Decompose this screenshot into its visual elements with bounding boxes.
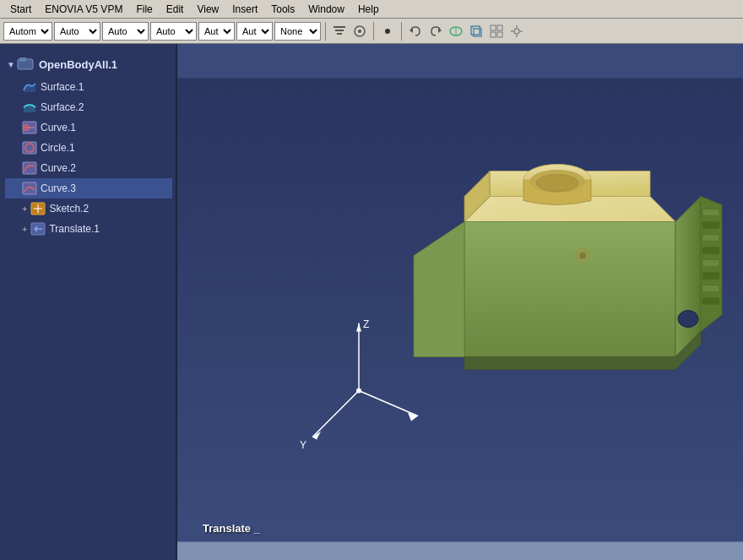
svg-point-70 <box>579 253 586 259</box>
translate-status-label: Translate _ <box>203 522 260 535</box>
root-icon <box>17 56 34 73</box>
sketch2-label: Sketch.2 <box>49 203 89 215</box>
svg-rect-58 <box>702 247 719 254</box>
tree-root: ▼ OpenBodyAll.1 Surface.1 <box>0 44 176 242</box>
svg-rect-1 <box>335 30 344 31</box>
menu-tools[interactable]: Tools <box>264 2 301 17</box>
svg-point-63 <box>678 311 698 328</box>
toolbar-dropdown-5[interactable]: Aut <box>198 22 235 41</box>
tree-item-curve2[interactable]: Curve.2 <box>5 158 172 178</box>
tree-root-label: OpenBodyAll.1 <box>39 58 117 71</box>
svg-rect-61 <box>702 285 719 292</box>
toolbar-dropdown-6[interactable]: Aut <box>236 22 273 41</box>
tree-item-surface2[interactable]: Surface.2 <box>5 97 172 117</box>
status-bar <box>177 541 743 560</box>
curve3-label: Curve.3 <box>41 182 76 194</box>
svg-point-19 <box>514 29 519 34</box>
toolbar-dropdown-4[interactable]: Auto <box>150 22 197 41</box>
svg-rect-59 <box>702 260 719 267</box>
surface2-icon <box>22 100 37 115</box>
svg-rect-25 <box>19 57 26 62</box>
toolbar-icon-undo[interactable] <box>406 22 425 41</box>
curve2-label: Curve.2 <box>41 162 76 174</box>
svg-rect-17 <box>491 32 496 37</box>
svg-rect-55 <box>702 209 719 216</box>
tree-root-item[interactable]: ▼ OpenBodyAll.1 <box>5 51 172 77</box>
svg-rect-62 <box>702 298 719 305</box>
svg-marker-51 <box>675 197 701 357</box>
surface1-label: Surface.1 <box>41 81 84 93</box>
toolbar-dropdown-7[interactable]: None <box>274 22 321 41</box>
translate1-expand: + <box>22 224 27 234</box>
menu-start[interactable]: Start <box>3 2 38 17</box>
curve1-label: Curve.1 <box>41 122 76 133</box>
svg-rect-15 <box>491 25 496 30</box>
toolbar-icon-filter[interactable] <box>330 22 349 41</box>
svg-rect-16 <box>497 25 502 30</box>
menu-enovia[interactable]: ENOVIA V5 VPM <box>38 2 129 17</box>
expand-icon-root: ▼ <box>7 60 15 69</box>
tree-item-curve1[interactable]: Curve.1 <box>5 117 172 138</box>
toolbar-icon-snap[interactable] <box>350 22 369 41</box>
tree-item-translate1[interactable]: + Translate.1 <box>5 219 172 239</box>
viewport-svg: Z Y <box>177 44 743 560</box>
tree-item-curve3[interactable]: Curve.3 <box>5 178 172 198</box>
svg-text:Z: Z <box>363 318 369 330</box>
svg-text:Y: Y <box>300 439 306 451</box>
toolbar-separator-2 <box>373 22 374 41</box>
toolbar-icon-view3d[interactable] <box>467 22 485 41</box>
main-area: ▼ OpenBodyAll.1 Surface.1 <box>0 44 743 560</box>
svg-rect-0 <box>334 26 345 28</box>
translate1-icon <box>30 221 46 237</box>
svg-rect-57 <box>702 235 719 242</box>
menu-window[interactable]: Window <box>301 2 351 17</box>
toolbar-icon-dot[interactable] <box>378 22 397 41</box>
menu-edit[interactable]: Edit <box>160 2 191 17</box>
tree-panel: ▼ OpenBodyAll.1 Surface.1 <box>0 44 177 560</box>
toolbar-icon-measure[interactable] <box>447 22 465 41</box>
translate1-label: Translate.1 <box>49 223 100 235</box>
sketch2-icon <box>30 201 46 216</box>
svg-point-5 <box>385 29 390 34</box>
menu-help[interactable]: Help <box>351 2 386 17</box>
svg-rect-60 <box>702 273 719 280</box>
curve1-icon <box>22 120 37 135</box>
svg-point-66 <box>536 175 578 192</box>
curve3-icon <box>22 181 37 196</box>
toolbar-dropdown-2[interactable]: Auto <box>54 22 100 41</box>
menu-file[interactable]: File <box>129 2 159 17</box>
viewport[interactable]: ✛ ✛ <box>177 44 743 560</box>
tree-item-surface1[interactable]: Surface.1 <box>5 77 172 97</box>
circle1-label: Circle.1 <box>41 142 75 154</box>
svg-rect-56 <box>702 222 719 229</box>
svg-marker-50 <box>464 222 675 357</box>
surface1-icon <box>22 79 37 95</box>
svg-point-4 <box>358 30 361 33</box>
tree-item-circle1[interactable]: Circle.1 <box>5 138 172 158</box>
toolbar-separator-1 <box>325 22 326 41</box>
surface2-label: Surface.2 <box>41 101 84 113</box>
toolbar-separator-3 <box>401 22 402 41</box>
menu-view[interactable]: View <box>190 2 225 17</box>
menu-bar: Start ENOVIA V5 VPM File Edit View Inser… <box>0 0 743 19</box>
menu-insert[interactable]: Insert <box>225 2 264 17</box>
circle1-icon <box>22 140 37 155</box>
toolbar-dropdown-1[interactable]: Autom <box>3 22 52 41</box>
sketch2-expand: + <box>22 204 27 214</box>
svg-rect-32 <box>23 182 36 194</box>
tree-item-sketch2[interactable]: + Sketch.2 <box>5 198 172 219</box>
svg-rect-18 <box>497 32 502 37</box>
toolbar: Autom Auto Auto Auto Aut Aut None <box>0 19 743 44</box>
toolbar-icon-grid[interactable] <box>487 22 506 41</box>
toolbar-icon-redo[interactable] <box>426 22 445 41</box>
svg-point-48 <box>356 389 361 394</box>
toolbar-dropdown-3[interactable]: Auto <box>102 22 149 41</box>
svg-rect-31 <box>23 162 36 174</box>
toolbar-icon-settings[interactable] <box>507 22 526 41</box>
svg-rect-2 <box>337 33 342 35</box>
curve2-icon <box>22 160 37 176</box>
